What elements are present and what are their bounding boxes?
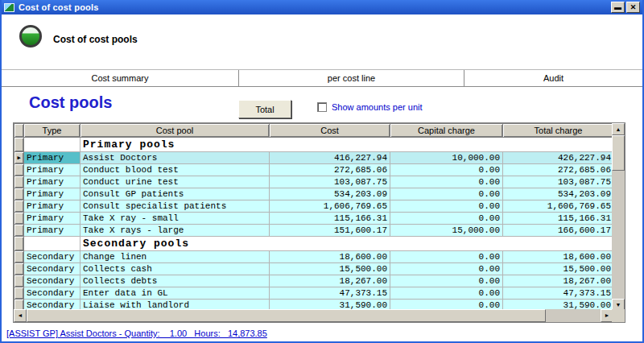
cell-capital[interactable]: 0.00 [390,176,503,188]
cell-pool[interactable]: Enter data in GL [80,287,270,300]
row-selector[interactable] [14,263,24,275]
cell-total[interactable]: 534,203.09 [503,188,614,200]
close-button[interactable]: ✕ [626,2,640,13]
row-selector[interactable] [14,287,24,300]
cell-type[interactable]: Secondary [24,287,80,300]
cell-type[interactable]: Secondary [24,251,80,263]
titlebar[interactable]: Cost of cost pools ▬ ✕ [2,0,642,14]
cell-pool[interactable]: Assist Doctors [80,152,270,164]
cell-capital[interactable]: 0.00 [390,251,503,263]
cell-pool[interactable]: Take X rays - large [80,225,270,237]
cell-total[interactable]: 1,606,769.65 [503,200,614,213]
cell-cost[interactable]: 47,373.15 [270,287,390,300]
row-selector[interactable] [14,225,24,237]
row-selector[interactable] [14,200,24,213]
cell-pool[interactable]: Collects cash [80,263,270,275]
table-row[interactable]: PrimaryTake X rays - large151,600.1715,0… [14,225,614,237]
cell-capital[interactable]: 0.00 [390,287,503,300]
status-text[interactable]: [ASSIST GP] Assist Doctors - Quantity: 1… [6,329,267,338]
cell-total[interactable]: 103,087.75 [503,176,614,188]
show-amounts-per-unit-checkbox[interactable] [317,102,327,112]
cell-capital[interactable]: 0.00 [390,188,503,200]
table-row[interactable]: SecondaryEnter data in GL47,373.150.0047… [14,287,614,300]
cell-capital[interactable]: 0.00 [390,200,503,213]
cell-pool[interactable]: Conduct blood test [80,164,270,176]
horizontal-scrollbar[interactable]: ◄ ► [14,309,613,322]
minimize-button[interactable]: ▬ [611,2,625,13]
column-header-total-charge[interactable]: Total charge [503,124,614,138]
table-row[interactable]: PrimaryTake X ray - small115,166.310.001… [14,213,614,225]
table-row[interactable]: PrimaryConduct blood test272,685.060.002… [14,164,614,176]
vertical-scrollbar[interactable]: ▲ ▼ [612,123,625,311]
cell-total[interactable]: 15,500.00 [503,263,614,275]
cell-pool[interactable]: Change linen [80,251,270,263]
cell-cost[interactable]: 15,500.00 [270,263,390,275]
table-row[interactable]: PrimaryConsult specialist patients1,606,… [14,200,614,213]
cell-total[interactable]: 47,373.15 [503,287,614,300]
cell-cost[interactable]: 115,166.31 [270,213,390,225]
cell-cost[interactable]: 18,600.00 [270,251,390,263]
cell-type[interactable]: Primary [24,200,80,213]
cell-capital[interactable]: 0.00 [390,275,503,287]
row-selector[interactable]: ▶ [14,152,24,164]
table-row[interactable]: SecondaryCollects cash15,500.000.0015,50… [14,263,614,275]
group-row[interactable]: Primary pools [14,138,614,152]
cell-type[interactable]: Secondary [24,275,80,287]
column-header-cost-pool[interactable]: Cost pool [80,124,270,138]
row-selector[interactable] [14,138,24,152]
table-row[interactable]: PrimaryConduct urine test103,087.750.001… [14,176,614,188]
cell-type[interactable]: Primary [24,176,80,188]
cell-total[interactable]: 115,166.31 [503,213,614,225]
tab-cost-summary[interactable]: Cost summary [2,70,239,86]
cell-type[interactable]: Primary [24,152,80,164]
row-selector[interactable] [14,176,24,188]
cell-cost[interactable]: 1,606,769.65 [270,200,390,213]
total-button[interactable]: Total [238,100,291,118]
column-header-cost[interactable]: Cost [270,124,390,138]
row-selector[interactable] [14,213,24,225]
column-header-capital-charge[interactable]: Capital charge [390,124,503,138]
cell-capital[interactable]: 10,000.00 [390,152,503,164]
cell-pool[interactable]: Conduct urine test [80,176,270,188]
cell-total[interactable]: 166,600.17 [503,225,614,237]
vertical-scroll-thumb[interactable] [612,135,625,171]
table-row[interactable]: ▶PrimaryAssist Doctors416,227.9410,000.0… [14,152,614,164]
cell-pool[interactable]: Collects debts [80,275,270,287]
table-row[interactable]: SecondaryCollects debts18,267.000.0018,2… [14,275,614,287]
row-selector[interactable] [14,188,24,200]
cell-capital[interactable]: 15,000.00 [390,225,503,237]
tab-audit[interactable]: Audit [464,70,642,86]
cell-pool[interactable]: Consult GP patients [80,188,270,200]
table-row[interactable]: SecondaryChange linen18,600.000.0018,600… [14,251,614,263]
horizontal-scroll-thumb[interactable] [27,309,546,322]
cell-capital[interactable]: 0.00 [390,213,503,225]
tab-per-cost-line[interactable]: per cost line [239,70,464,86]
cell-type[interactable]: Primary [24,213,80,225]
cell-type[interactable]: Primary [24,164,80,176]
column-header-type[interactable]: Type [24,124,80,138]
row-selector[interactable] [14,237,24,251]
cell-cost[interactable]: 151,600.17 [270,225,390,237]
cell-capital[interactable]: 0.00 [390,263,503,275]
cell-cost[interactable]: 103,087.75 [270,176,390,188]
row-selector[interactable] [14,164,24,176]
cell-total[interactable]: 18,267.00 [503,275,614,287]
group-row[interactable]: Secondary pools [14,237,614,251]
cell-type[interactable]: Secondary [24,263,80,275]
cell-total[interactable]: 426,227.94 [503,152,614,164]
cell-total[interactable]: 272,685.06 [503,164,614,176]
cell-cost[interactable]: 272,685.06 [270,164,390,176]
cell-cost[interactable]: 416,227.94 [270,152,390,164]
cell-pool[interactable]: Consult specialist patients [80,200,270,213]
scroll-up-arrow[interactable]: ▲ [612,123,625,135]
cell-capital[interactable]: 0.00 [390,164,503,176]
cell-cost[interactable]: 18,267.00 [270,275,390,287]
cell-type[interactable]: Primary [24,188,80,200]
row-selector[interactable] [14,251,24,263]
cell-cost[interactable]: 534,203.09 [270,188,390,200]
row-selector[interactable] [14,275,24,287]
cell-pool[interactable]: Take X ray - small [80,213,270,225]
cell-type[interactable]: Primary [24,225,80,237]
scroll-left-arrow[interactable]: ◄ [14,309,27,322]
cell-total[interactable]: 18,600.00 [503,251,614,263]
